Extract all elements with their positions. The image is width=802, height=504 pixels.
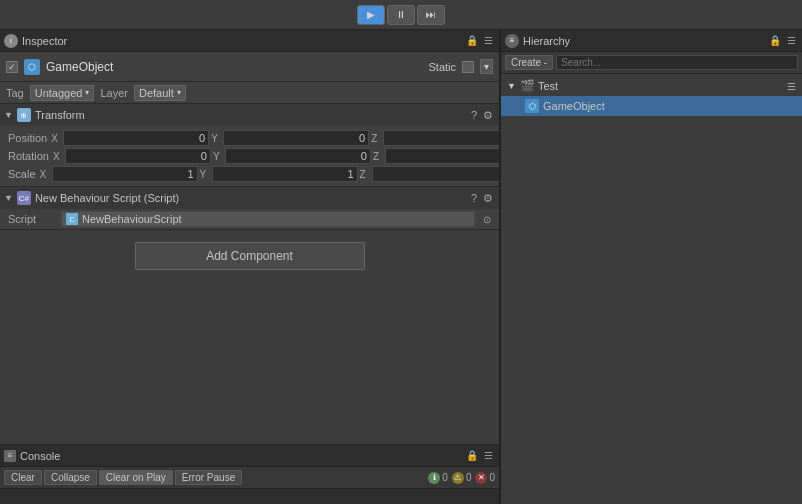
hierarchy-item-name: GameObject	[543, 100, 605, 112]
pos-z-label: Z	[371, 133, 381, 144]
hierarchy-scene-row[interactable]: ▼ 🎬 Test ☰	[501, 76, 802, 96]
console-tab-bar: ≡ Console 🔒 ☰	[0, 445, 499, 467]
console-info-count[interactable]: ℹ 0	[428, 472, 448, 484]
static-dropdown[interactable]: ▾	[480, 59, 493, 74]
inspector-tab-icon: i	[4, 34, 18, 48]
transform-name: Transform	[35, 109, 465, 121]
scale-xyz: X Y Z	[40, 166, 499, 182]
scale-y-label: Y	[200, 169, 210, 180]
toolbar: ▶ ⏸ ⏭	[0, 0, 802, 30]
hierarchy-tab-icon: ≡	[505, 34, 519, 48]
hierarchy-header-row: Create -	[501, 52, 802, 74]
scale-z-field: Z	[360, 166, 499, 182]
rotation-x-field: X	[53, 148, 211, 164]
position-x-input[interactable]	[63, 130, 209, 146]
rotation-label: Rotation	[8, 150, 49, 162]
position-row: Position X Y Z	[0, 129, 499, 147]
console-panel: ≡ Console 🔒 ☰ Clear Collapse Clear on Pl…	[0, 444, 499, 504]
position-y-field: Y	[211, 130, 369, 146]
transform-header[interactable]: ▼ ⊕ Transform ? ⚙	[0, 104, 499, 126]
script-arrow-icon: ▼	[4, 193, 13, 203]
scale-label: Scale	[8, 168, 36, 180]
position-y-input[interactable]	[223, 130, 369, 146]
script-header-icons: ? ⚙	[469, 192, 495, 205]
rot-x-label: X	[53, 151, 63, 162]
scene-name: Test	[538, 80, 558, 92]
tag-dropdown[interactable]: Untagged	[30, 85, 95, 101]
scene-menu-icon[interactable]: ☰	[787, 81, 796, 92]
rotation-x-input[interactable]	[65, 148, 211, 164]
gameobject-active-checkbox[interactable]	[6, 61, 18, 73]
position-xyz: X Y Z	[51, 130, 499, 146]
gameobject-header: ⬡ GameObject Static ▾	[0, 52, 499, 82]
hierarchy-content: ▼ 🎬 Test ☰ ⬡ GameObject	[501, 74, 802, 291]
position-z-field: Z	[371, 130, 499, 146]
script-settings-btn[interactable]: ⊙	[483, 214, 491, 225]
rot-y-label: Y	[213, 151, 223, 162]
console-collapse-button[interactable]: Collapse	[44, 470, 97, 485]
script-doc-icon[interactable]: ?	[469, 192, 479, 205]
inspector-tab-controls: 🔒 ☰	[464, 35, 495, 46]
scale-z-input[interactable]	[372, 166, 499, 182]
hierarchy-item-gameobject[interactable]: ⬡ GameObject	[501, 96, 802, 116]
scale-y-input[interactable]	[212, 166, 358, 182]
error-count-value: 0	[489, 472, 495, 483]
step-button[interactable]: ⏭	[417, 5, 445, 25]
layer-dropdown[interactable]: Default	[134, 85, 186, 101]
position-z-input[interactable]	[383, 130, 499, 146]
static-checkbox[interactable]	[462, 61, 474, 73]
hierarchy-menu-icon[interactable]: ☰	[785, 35, 798, 46]
script-settings-icon[interactable]: ⚙	[481, 192, 495, 205]
rotation-z-field: Z	[373, 148, 499, 164]
pause-button[interactable]: ⏸	[387, 5, 415, 25]
console-warn-count[interactable]: ⚠ 0	[452, 472, 472, 484]
scale-z-label: Z	[360, 169, 370, 180]
script-component-icon: C#	[17, 191, 31, 205]
hierarchy-empty-space	[501, 291, 802, 504]
inspector-lock-icon[interactable]: 🔒	[464, 35, 480, 46]
rotation-y-input[interactable]	[225, 148, 371, 164]
rotation-z-input[interactable]	[385, 148, 499, 164]
script-label: Script	[8, 213, 53, 225]
add-component-button[interactable]: Add Component	[135, 242, 365, 270]
tag-label: Tag	[6, 87, 24, 99]
play-button[interactable]: ▶	[357, 5, 385, 25]
info-count-value: 0	[442, 472, 448, 483]
gameobject-icon: ⬡	[24, 59, 40, 75]
script-value-field[interactable]: C NewBehaviourScript	[61, 211, 475, 227]
gameobject-name[interactable]: GameObject	[46, 60, 422, 74]
script-filename: NewBehaviourScript	[82, 213, 182, 225]
rotation-row: Rotation X Y Z	[0, 147, 499, 165]
hierarchy-create-button[interactable]: Create -	[505, 55, 553, 70]
console-clear-button[interactable]: Clear	[4, 470, 42, 485]
scale-x-label: X	[40, 169, 50, 180]
script-component: ▼ C# New Behaviour Script (Script) ? ⚙ S…	[0, 187, 499, 230]
console-lock-icon[interactable]: 🔒	[464, 450, 480, 461]
transform-icon: ⊕	[17, 108, 31, 122]
transform-settings-icon[interactable]: ⚙	[481, 109, 495, 122]
hierarchy-panel: ≡ Hierarchy 🔒 ☰ Create - ▼ 🎬 Test ☰	[501, 30, 802, 504]
scale-x-input[interactable]	[52, 166, 198, 182]
script-component-header[interactable]: ▼ C# New Behaviour Script (Script) ? ⚙	[0, 187, 499, 209]
console-clear-on-play-button[interactable]: Clear on Play	[99, 470, 173, 485]
warn-icon: ⚠	[452, 472, 464, 484]
static-label: Static	[428, 61, 456, 73]
inspector-menu-icon[interactable]: ☰	[482, 35, 495, 46]
pos-x-label: X	[51, 133, 61, 144]
error-icon: ✕	[475, 472, 487, 484]
hierarchy-search-input[interactable]	[556, 55, 798, 70]
position-label: Position	[8, 132, 47, 144]
tag-layer-row: Tag Untagged Layer Default	[0, 82, 499, 104]
hierarchy-item-icon: ⬡	[525, 99, 539, 113]
scale-row: Scale X Y Z	[0, 165, 499, 183]
hierarchy-lock-icon[interactable]: 🔒	[767, 35, 783, 46]
console-error-count[interactable]: ✕ 0	[475, 472, 495, 484]
console-menu-icon[interactable]: ☰	[482, 450, 495, 461]
hierarchy-panel-inner: ≡ Hierarchy 🔒 ☰ Create - ▼ 🎬 Test ☰	[501, 30, 802, 504]
transform-doc-icon[interactable]: ?	[469, 109, 479, 122]
main-layout: i Inspector 🔒 ☰ ⬡ GameObject Static ▾ Ta…	[0, 30, 802, 504]
console-error-pause-button[interactable]: Error Pause	[175, 470, 242, 485]
script-file-icon: C	[66, 213, 78, 225]
inspector-top: ⬡ GameObject Static ▾ Tag Untagged Layer…	[0, 52, 499, 444]
console-counts: ℹ 0 ⚠ 0 ✕ 0	[428, 472, 495, 484]
